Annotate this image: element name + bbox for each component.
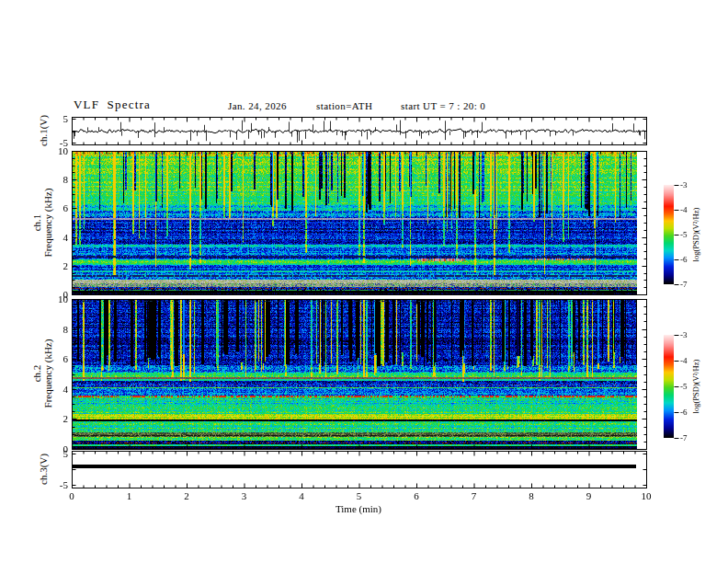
ch3-volt-tick-label: -5: [60, 479, 68, 490]
colorbar1-tick-label: -5: [680, 230, 688, 239]
ch2-freq-tick-label: 4: [63, 384, 69, 395]
time-tick-label: 3: [233, 490, 256, 501]
time-tick-label: 7: [463, 490, 485, 501]
time-tick-label: 5: [348, 490, 370, 501]
time-tick-label: 9: [578, 490, 600, 501]
ch1-freq-tick-label: 6: [63, 202, 69, 213]
colorbar1-tick-label: -7: [680, 280, 688, 289]
ch2-freq-tick-label: 8: [63, 324, 69, 335]
time-tick-label: 8: [520, 490, 542, 501]
ch1-freq-tick-label: 4: [63, 232, 69, 243]
colorbar2-tick-label: -5: [680, 382, 688, 391]
time-tick-label: 2: [176, 490, 198, 501]
ch2-freq-tick-label: 6: [63, 353, 69, 364]
ch1-freq-tick-label: 2: [63, 260, 69, 271]
colorbar2-tick-label: -6: [680, 408, 688, 417]
ch1-freq-tick-label: 8: [63, 174, 69, 185]
vlf-spectra-figure: VLF Spectra Jan. 24, 2026 station=ATH st…: [0, 0, 728, 563]
time-tick-label: 6: [405, 490, 427, 501]
ch3-volt-tick-label: 5: [63, 448, 69, 459]
colorbar1-tick-label: -6: [680, 255, 688, 264]
axes-ticks-overlay: [0, 0, 728, 563]
ch1-volt-tick-label: 5: [63, 113, 69, 124]
ch2-freq-tick-label: 2: [63, 413, 69, 424]
colorbar1-tick-label: -4: [680, 205, 688, 214]
time-tick-label: 10: [635, 490, 657, 501]
colorbar2-tick-label: -7: [680, 433, 688, 442]
colorbar2-tick-label: -4: [680, 356, 688, 365]
time-tick-label: 1: [119, 490, 141, 501]
time-tick-label: 4: [290, 490, 313, 501]
ch1-freq-tick-label: 10: [58, 145, 68, 156]
time-tick-label: 0: [61, 490, 83, 501]
ch2-freq-tick-label: 10: [58, 293, 68, 304]
colorbar2-tick-label: -3: [680, 330, 688, 339]
colorbar1-tick-label: -3: [680, 180, 688, 190]
time-axis-title: Time (min): [313, 503, 404, 514]
